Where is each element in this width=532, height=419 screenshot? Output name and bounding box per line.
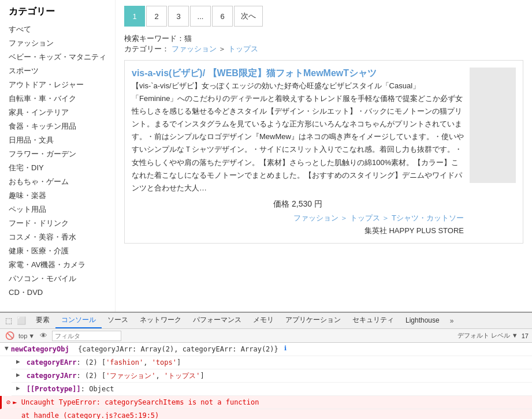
console-output: ▼ newCategoryObj {categoryJArr: Array(2)… — [0, 343, 532, 419]
tab-console[interactable]: コンソール — [55, 313, 102, 328]
sidebar-item-4[interactable]: アウトドア・レジャー — [9, 78, 106, 92]
tab-sources[interactable]: ソース — [102, 313, 134, 328]
sidebar-item-14[interactable]: フード・ドリンク — [9, 216, 106, 230]
sidebar-item-15[interactable]: コスメ・美容・香水 — [9, 230, 106, 244]
devtools-more-tabs[interactable]: » — [445, 315, 459, 327]
page-6-button[interactable]: 6 — [212, 6, 233, 27]
sidebar-item-3[interactable]: スポーツ — [9, 64, 106, 78]
product-shop: 集英社 HAPPY PLUS STORE — [132, 226, 464, 236]
category-label: カテゴリー： — [124, 44, 169, 53]
pagination: 1 2 3 ... 6 次へ — [124, 6, 523, 27]
sidebar-item-16[interactable]: 健康・医療・介護 — [9, 244, 106, 258]
devtools-device-icon[interactable]: ⬜ — [15, 315, 28, 327]
console-line-2: ▶ categoryEArr: (2) ['fashion', 'tops'] — [12, 356, 532, 369]
sidebar-item-5[interactable]: 自転車・車・バイク — [9, 92, 106, 106]
tab-memory[interactable]: メモリ — [247, 313, 280, 328]
console-expand-4[interactable]: ▶ — [16, 384, 20, 394]
console-line-error-1: ⊘ ► Uncaught TypeError: categorySearchIt… — [0, 396, 532, 409]
search-category: カテゴリー： ファッション ＞ トップス — [124, 44, 523, 54]
devtools-inspect-icon[interactable]: ⬚ — [2, 315, 15, 327]
tab-elements[interactable]: 要素 — [30, 313, 55, 328]
product-image — [470, 68, 516, 183]
page-ellipsis-button[interactable]: ... — [190, 6, 211, 27]
product-info: vis-a-vis(ビザビ)/ 【WEB限定】猫フォトMewMewTシャツ 【v… — [132, 68, 464, 236]
console-expand-3[interactable]: ▶ — [16, 371, 20, 380]
product-description: 【vis-`a-vis/ビザビ】女っぽくエッジの効いた好奇心旺盛なビザビスタイル… — [132, 80, 464, 194]
sidebar-item-1[interactable]: ファッション — [9, 36, 106, 50]
console-clear-icon[interactable]: 🚫 — [3, 330, 16, 342]
sidebar-item-13[interactable]: ペット用品 — [9, 203, 106, 216]
console-line-3: ▶ categoryJArr: (2) ['ファッション', 'トップス'] — [12, 369, 532, 383]
product-breadcrumb: ファッション ＞ トップス ＞ Tシャツ・カットソー — [132, 213, 464, 223]
console-expand-1[interactable]: ▼ — [5, 344, 9, 354]
sidebar-item-8[interactable]: 日用品・文具 — [9, 133, 106, 147]
tab-performance[interactable]: パフォーマンス — [187, 313, 247, 328]
tab-lighthouse[interactable]: Lighthouse — [400, 313, 445, 328]
tab-network[interactable]: ネットワーク — [134, 313, 187, 328]
console-toolbar: 🚫 top ▼ 👁 デフォルト レベル ▼ 17 — [0, 329, 532, 343]
sidebar: カテゴリー すべてファッションベビー・キッズ・マタニティスポーツアウトドア・レジ… — [0, 0, 116, 312]
console-eye-icon[interactable]: 👁 — [37, 330, 50, 342]
sidebar-item-7[interactable]: 食器・キッチン用品 — [9, 119, 106, 133]
category-tops-link[interactable]: トップス — [228, 44, 258, 53]
sidebar-item-0[interactable]: すべて — [9, 23, 106, 36]
console-default-level[interactable]: デフォルト レベル ▼ 17 — [457, 331, 529, 340]
page-3-button[interactable]: 3 — [168, 6, 189, 27]
sidebar-item-6[interactable]: 家具・インテリア — [9, 106, 106, 119]
sidebar-item-12[interactable]: 趣味・楽器 — [9, 189, 106, 203]
search-keyword: 検索キーワード：猫 — [124, 33, 523, 44]
sidebar-item-19[interactable]: CD・DVD — [9, 286, 106, 300]
main-content: 1 2 3 ... 6 次へ 検索キーワード：猫 カテゴリー： ファッション ＞… — [116, 0, 532, 312]
console-info-icon-1: ℹ — [281, 344, 287, 354]
sidebar-item-10[interactable]: 住宅・DIY — [9, 161, 106, 175]
sidebar-item-18[interactable]: パソコン・モバイル — [9, 272, 106, 286]
sidebar-item-11[interactable]: おもちゃ・ゲーム — [9, 175, 106, 189]
console-filter-input[interactable] — [52, 331, 121, 341]
console-line-4: ▶ [[Prototype]]: Object — [12, 383, 532, 396]
devtools-tabs: ⬚ ⬜ 要素 コンソール ソース ネットワーク パフォーマンス メモリ アプリケ… — [0, 313, 532, 329]
console-expand-2[interactable]: ▶ — [16, 357, 20, 367]
console-top-selector[interactable]: top ▼ — [18, 332, 35, 339]
search-info: 検索キーワード：猫 カテゴリー： ファッション ＞ トップス — [124, 33, 523, 54]
error-icon-1: ⊘ — [6, 397, 10, 407]
page-next-button[interactable]: 次へ — [234, 6, 263, 27]
product-breadcrumb-link[interactable]: ファッション ＞ トップス ＞ Tシャツ・カットソー — [293, 214, 464, 222]
sidebar-title: カテゴリー — [9, 6, 106, 18]
product-title-link[interactable]: vis-a-vis(ビザビ)/ 【WEB限定】猫フォトMewMewTシャツ — [132, 68, 377, 78]
page-1-button[interactable]: 1 — [124, 6, 145, 27]
sidebar-item-2[interactable]: ベビー・キッズ・マタニティ — [9, 50, 106, 64]
sidebar-item-17[interactable]: 家電・AV機器・カメラ — [9, 258, 106, 272]
devtools-panel: ⬚ ⬜ 要素 コンソール ソース ネットワーク パフォーマンス メモリ アプリケ… — [0, 312, 532, 419]
sidebar-item-9[interactable]: フラワー・ガーデン — [9, 147, 106, 161]
product-price: 価格 2,530 円 — [132, 199, 464, 210]
page-2-button[interactable]: 2 — [146, 6, 167, 27]
product-card: vis-a-vis(ビザビ)/ 【WEB限定】猫フォトMewMewTシャツ 【v… — [124, 60, 523, 244]
category-fashion-link[interactable]: ファッション — [172, 44, 217, 53]
console-line-1: ▼ newCategoryObj {categoryJArr: Array(2)… — [0, 343, 532, 356]
tab-security[interactable]: セキュリティ — [347, 313, 400, 328]
console-line-error-2: at handle (category.js?cae5:19:5) — [0, 409, 532, 419]
tab-application[interactable]: アプリケーション — [280, 313, 347, 328]
